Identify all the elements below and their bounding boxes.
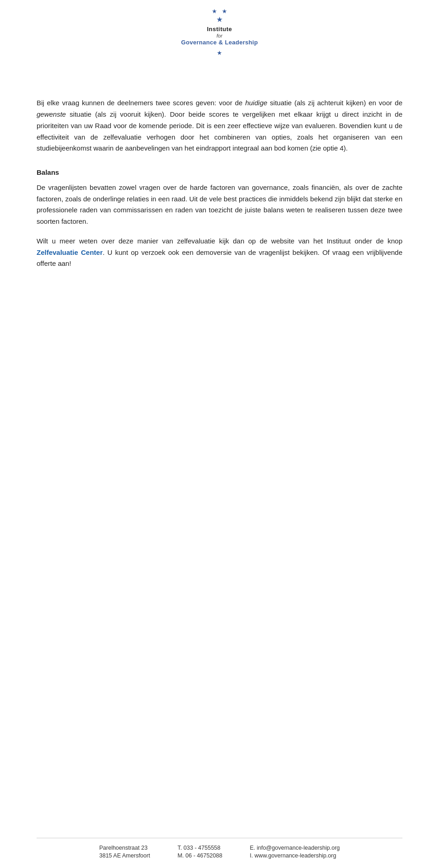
paragraph-3: Wilt u meer weten over deze manier van z…: [37, 236, 402, 270]
logo-institute-text: Institute: [207, 26, 232, 33]
logo-star-bottom: ★: [217, 49, 222, 56]
footer-address-line2: 3815 AE Amersfoort: [99, 852, 150, 859]
header: ★ ★ ★ Institute for Governance & Leaders…: [27, 0, 412, 70]
paragraph-1-italic-1: huidige: [245, 99, 267, 107]
paragraph-1-text-2: situatie (als zij achteruit kijken) en v…: [268, 99, 402, 107]
star-icon-2: ★: [222, 8, 227, 14]
footer-address-line1: Parelhoenstraat 23: [99, 845, 150, 851]
footer-address: Parelhoenstraat 23 3815 AE Amersfoort: [99, 845, 150, 859]
star-icon-4: ★: [217, 49, 222, 56]
footer-phone-line1: T. 033 - 4755558: [177, 845, 222, 851]
paragraph-1-italic-2: gewenste: [37, 110, 66, 118]
logo-text: Institute for Governance & Leadership: [181, 26, 258, 46]
logo-stars-top: ★ ★: [212, 8, 227, 14]
footer-email-line1: E. info@governance-leadership.org: [250, 845, 340, 851]
paragraph-3-text-1: Wilt u meer weten over deze manier van z…: [37, 237, 402, 245]
paragraph-2: De vragenlijsten bevatten zowel vragen o…: [37, 182, 402, 227]
star-icon-3: ★: [216, 15, 223, 24]
footer-phone: T. 033 - 4755558 M. 06 - 46752088: [177, 845, 222, 859]
star-icon-1: ★: [212, 8, 217, 14]
paragraph-1-text-3: situatie (als zij vooruit kijken). Door …: [37, 110, 402, 152]
logo-for-text: for: [217, 33, 223, 39]
footer-phone-line2: M. 06 - 46752088: [177, 852, 222, 859]
logo: ★ ★ ★ Institute for Governance & Leaders…: [181, 8, 258, 56]
paragraph-1: Bij elke vraag kunnen de deelnemers twee…: [37, 97, 402, 154]
footer: Parelhoenstraat 23 3815 AE Amersfoort T.…: [37, 838, 402, 868]
page: ★ ★ ★ Institute for Governance & Leaders…: [0, 0, 439, 868]
zelfevaluatie-center-link[interactable]: Zelfevaluatie Center: [37, 248, 103, 256]
logo-governance-text: Governance & Leadership: [181, 39, 258, 46]
section-heading-balans: Balans: [37, 167, 402, 178]
footer-website-line2: I. www.governance-leadership.org: [250, 852, 340, 859]
paragraph-1-text-1: Bij elke vraag kunnen de deelnemers twee…: [37, 99, 245, 107]
main-content: Bij elke vraag kunnen de deelnemers twee…: [27, 97, 412, 838]
footer-email: E. info@governance-leadership.org I. www…: [250, 845, 340, 859]
logo-stars-mid: ★: [216, 15, 223, 24]
